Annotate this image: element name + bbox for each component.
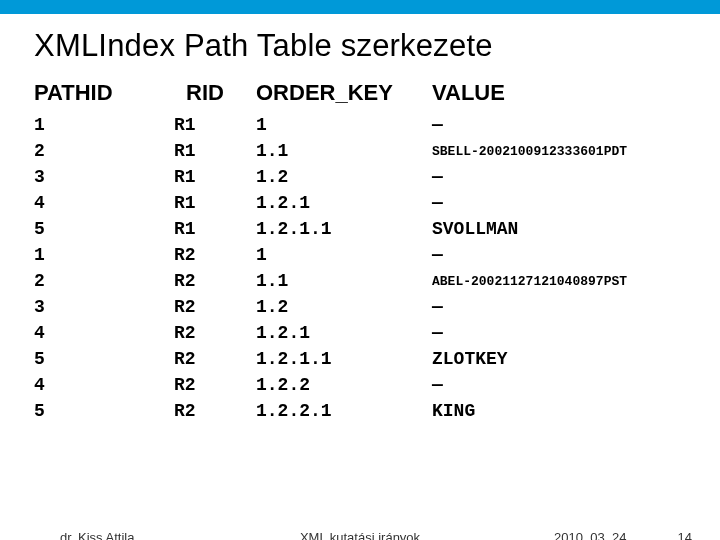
cell-rid: R2 [160, 320, 256, 346]
footer-page: 14 [678, 530, 692, 540]
cell-rid: R2 [160, 346, 256, 372]
cell-order-key: 1.2.1 [256, 320, 432, 346]
cell-value: ABEL-20021127121040897PST [432, 268, 674, 294]
cell-value: — [432, 372, 674, 398]
table-row: 5R11.2.1.1SVOLLMAN [34, 216, 674, 242]
cell-value: — [432, 190, 674, 216]
table-row: 3R11.2— [34, 164, 674, 190]
cell-value: SVOLLMAN [432, 216, 674, 242]
cell-pathid: 2 [34, 268, 160, 294]
col-header-rid: RID [160, 76, 256, 112]
cell-rid: R2 [160, 372, 256, 398]
slide-title: XMLIndex Path Table szerkezete [0, 14, 720, 72]
cell-rid: R2 [160, 268, 256, 294]
cell-pathid: 4 [34, 320, 160, 346]
cell-rid: R1 [160, 138, 256, 164]
cell-pathid: 3 [34, 164, 160, 190]
cell-order-key: 1.2.2.1 [256, 398, 432, 424]
cell-pathid: 5 [34, 346, 160, 372]
cell-pathid: 5 [34, 398, 160, 424]
table-row: 2R11.1SBELL-2002100912333601PDT [34, 138, 674, 164]
table-row: 5R21.2.1.1ZLOTKEY [34, 346, 674, 372]
table-row: 4R11.2.1— [34, 190, 674, 216]
cell-rid: R2 [160, 242, 256, 268]
cell-rid: R1 [160, 164, 256, 190]
cell-pathid: 4 [34, 372, 160, 398]
cell-pathid: 1 [34, 112, 160, 138]
cell-pathid: 1 [34, 242, 160, 268]
cell-value: KING [432, 398, 674, 424]
footer-date: 2010. 03. 24. [554, 530, 630, 540]
cell-order-key: 1.2 [256, 294, 432, 320]
table-row: 3R21.2— [34, 294, 674, 320]
cell-value: — [432, 112, 674, 138]
cell-order-key: 1.2 [256, 164, 432, 190]
cell-value: — [432, 242, 674, 268]
cell-pathid: 3 [34, 294, 160, 320]
cell-value: — [432, 320, 674, 346]
cell-pathid: 5 [34, 216, 160, 242]
cell-pathid: 4 [34, 190, 160, 216]
cell-value: ZLOTKEY [432, 346, 674, 372]
cell-order-key: 1.2.1.1 [256, 346, 432, 372]
cell-order-key: 1.2.2 [256, 372, 432, 398]
col-header-value: VALUE [432, 76, 674, 112]
table-row: 1R11— [34, 112, 674, 138]
cell-order-key: 1.2.1 [256, 190, 432, 216]
table-row: 4R21.2.1— [34, 320, 674, 346]
path-table: PATHID RID ORDER_KEY VALUE 1R11—2R11.1SB… [0, 72, 720, 424]
cell-pathid: 2 [34, 138, 160, 164]
cell-order-key: 1.1 [256, 138, 432, 164]
cell-rid: R1 [160, 112, 256, 138]
cell-order-key: 1 [256, 112, 432, 138]
cell-rid: R2 [160, 398, 256, 424]
col-header-pathid: PATHID [34, 76, 160, 112]
cell-order-key: 1.1 [256, 268, 432, 294]
top-accent-bar [0, 0, 720, 14]
cell-value: — [432, 164, 674, 190]
cell-value: — [432, 294, 674, 320]
table-row: 4R21.2.2— [34, 372, 674, 398]
cell-order-key: 1.2.1.1 [256, 216, 432, 242]
cell-rid: R2 [160, 294, 256, 320]
table-row: 2R21.1ABEL-20021127121040897PST [34, 268, 674, 294]
cell-order-key: 1 [256, 242, 432, 268]
col-header-order: ORDER_KEY [256, 76, 432, 112]
table-row: 5R21.2.2.1KING [34, 398, 674, 424]
table-row: 1R21— [34, 242, 674, 268]
cell-rid: R1 [160, 190, 256, 216]
cell-value: SBELL-2002100912333601PDT [432, 138, 674, 164]
cell-rid: R1 [160, 216, 256, 242]
